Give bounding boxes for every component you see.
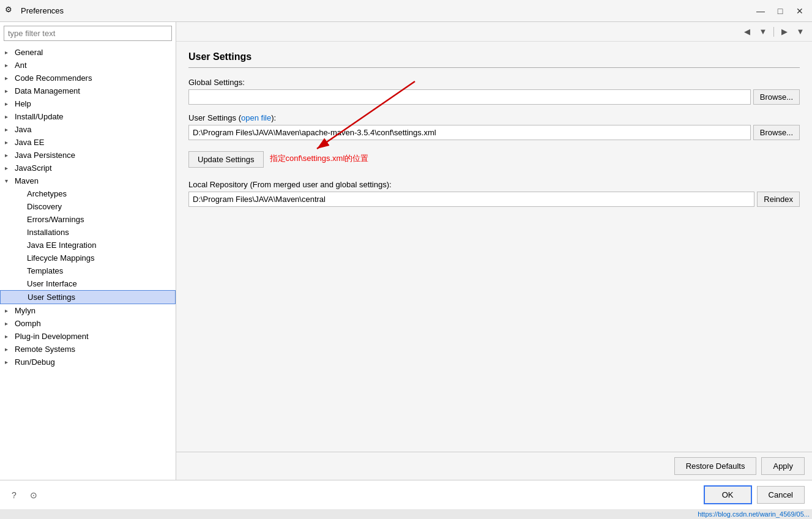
window-title: Preferences bbox=[21, 6, 753, 15]
tree-arrow-maven: ▾ bbox=[5, 177, 13, 184]
global-settings-group: Global Settings: Browse... bbox=[188, 78, 800, 105]
tree-item-javascript[interactable]: ▸JavaScript bbox=[0, 162, 176, 174]
tree-item-archetypes[interactable]: Archetypes bbox=[0, 187, 176, 200]
ok-button[interactable]: OK bbox=[704, 485, 752, 504]
back-dropdown[interactable]: ▼ bbox=[756, 25, 770, 39]
minimize-button[interactable]: — bbox=[753, 4, 768, 18]
user-settings-label-suffix: ): bbox=[271, 113, 276, 122]
title-bar: ⚙ Preferences — □ ✕ bbox=[0, 0, 812, 22]
back-button[interactable]: ◀ bbox=[740, 25, 754, 39]
tree-arrow-java: ▸ bbox=[5, 126, 13, 133]
tree-arrow-data-management: ▸ bbox=[5, 88, 13, 94]
tree-label-java-ee-integration: Java EE Integration bbox=[27, 241, 96, 250]
tree-arrow-mylyn: ▸ bbox=[5, 307, 13, 314]
tree-item-help[interactable]: ▸Help bbox=[0, 97, 176, 110]
main-content: ▸General▸Ant▸Code Recommenders▸Data Mana… bbox=[0, 22, 812, 480]
tree-arrow-ant: ▸ bbox=[5, 62, 13, 69]
tree-item-lifecycle-mappings[interactable]: Lifecycle Mappings bbox=[0, 252, 176, 264]
tree-label-remote-systems: Remote Systems bbox=[15, 345, 75, 354]
panel-title: User Settings bbox=[188, 51, 800, 68]
filter-input[interactable] bbox=[4, 26, 172, 41]
tree-item-ant[interactable]: ▸Ant bbox=[0, 59, 176, 72]
tree-item-general[interactable]: ▸General bbox=[0, 46, 176, 59]
user-settings-browse[interactable]: Browse... bbox=[753, 125, 800, 140]
tree-label-code-recommenders: Code Recommenders bbox=[15, 73, 92, 83]
settings-button[interactable]: ⊙ bbox=[27, 488, 40, 502]
right-panel: ◀ ▼ ▶ ▼ User Settings Global Settings: B… bbox=[176, 22, 812, 480]
toolbar-separator bbox=[773, 27, 774, 37]
tree-label-run-debug: Run/Debug bbox=[15, 357, 55, 367]
tree-item-remote-systems[interactable]: ▸Remote Systems bbox=[0, 343, 176, 356]
tree-item-java-ee-integration[interactable]: Java EE Integration bbox=[0, 239, 176, 252]
tree-arrow-general: ▸ bbox=[5, 49, 13, 56]
update-settings-button[interactable]: Update Settings bbox=[188, 151, 264, 168]
user-settings-label: User Settings (open file): bbox=[188, 113, 800, 122]
tree-arrow-oomph: ▸ bbox=[5, 320, 13, 327]
tree-label-templates: Templates bbox=[27, 266, 63, 275]
forward-button[interactable]: ▶ bbox=[778, 25, 791, 39]
global-settings-input[interactable] bbox=[188, 89, 751, 105]
tree-arrow-remote-systems: ▸ bbox=[5, 346, 13, 353]
tree-item-oomph[interactable]: ▸Oomph bbox=[0, 317, 176, 330]
user-settings-group: User Settings (open file): Browse... bbox=[188, 113, 800, 140]
tree-item-mylyn[interactable]: ▸Mylyn bbox=[0, 304, 176, 317]
tree-arrow-install-update: ▸ bbox=[5, 113, 13, 120]
tree-item-errors-warnings[interactable]: Errors/Warnings bbox=[0, 213, 176, 226]
tree-item-discovery[interactable]: Discovery bbox=[0, 200, 176, 213]
tree-label-java: Java bbox=[15, 125, 31, 134]
tree-item-templates[interactable]: Templates bbox=[0, 264, 176, 277]
tree-label-archetypes: Archetypes bbox=[27, 189, 67, 198]
url-bar: https://blog.csdn.net/warin_4569/05... bbox=[0, 509, 812, 519]
tree-item-user-settings[interactable]: User Settings bbox=[0, 290, 176, 304]
tree-item-user-interface[interactable]: User Interface bbox=[0, 277, 176, 290]
tree-item-code-recommenders[interactable]: ▸Code Recommenders bbox=[0, 72, 176, 84]
user-settings-row: Browse... bbox=[188, 125, 800, 140]
reindex-button[interactable]: Reindex bbox=[757, 192, 800, 207]
local-repository-row: Reindex bbox=[188, 192, 800, 207]
local-repository-group: Local Repository (From merged user and g… bbox=[188, 180, 800, 207]
user-settings-input[interactable] bbox=[188, 125, 751, 140]
global-settings-row: Browse... bbox=[188, 89, 800, 105]
tree-item-run-debug[interactable]: ▸Run/Debug bbox=[0, 356, 176, 368]
tree-label-javascript: JavaScript bbox=[15, 163, 52, 173]
tree-label-maven: Maven bbox=[15, 176, 39, 185]
tree-item-install-update[interactable]: ▸Install/Update bbox=[0, 110, 176, 123]
tree-label-help: Help bbox=[15, 99, 31, 108]
local-repository-input[interactable] bbox=[188, 192, 754, 207]
tree-item-plugin-development[interactable]: ▸Plug-in Development bbox=[0, 330, 176, 343]
local-repository-label: Local Repository (From merged user and g… bbox=[188, 180, 800, 189]
bottom-left: ? ⊙ bbox=[7, 488, 699, 502]
tree-item-maven[interactable]: ▾Maven bbox=[0, 174, 176, 187]
tree-area: ▸General▸Ant▸Code Recommenders▸Data Mana… bbox=[0, 45, 176, 480]
tree-label-user-settings: User Settings bbox=[28, 293, 75, 302]
tree-item-installations[interactable]: Installations bbox=[0, 226, 176, 239]
tree-arrow-help: ▸ bbox=[5, 100, 13, 107]
forward-dropdown[interactable]: ▼ bbox=[794, 25, 807, 39]
tree-label-user-interface: User Interface bbox=[27, 279, 77, 288]
annotation-text: 指定conf\settings.xml的位置 bbox=[270, 153, 369, 164]
tree-item-data-management[interactable]: ▸Data Management bbox=[0, 84, 176, 97]
tree-label-general: General bbox=[15, 48, 43, 57]
global-settings-browse[interactable]: Browse... bbox=[753, 89, 800, 105]
help-button[interactable]: ? bbox=[7, 488, 21, 502]
ok-cancel-bar: ? ⊙ OK Cancel bbox=[0, 480, 812, 509]
tree-item-java-ee[interactable]: ▸Java EE bbox=[0, 136, 176, 149]
maximize-button[interactable]: □ bbox=[773, 4, 788, 18]
restore-defaults-button[interactable]: Restore Defaults bbox=[674, 457, 757, 475]
tree-arrow-run-debug: ▸ bbox=[5, 359, 13, 365]
global-settings-label: Global Settings: bbox=[188, 78, 800, 87]
tree-label-installations: Installations bbox=[27, 228, 69, 237]
open-file-link[interactable]: open file bbox=[241, 113, 271, 122]
tree-item-java[interactable]: ▸Java bbox=[0, 123, 176, 136]
tree-arrow-javascript: ▸ bbox=[5, 165, 13, 171]
apply-button[interactable]: Apply bbox=[761, 457, 805, 475]
close-button[interactable]: ✕ bbox=[792, 4, 807, 18]
tree-label-java-persistence: Java Persistence bbox=[15, 151, 75, 160]
tree-label-oomph: Oomph bbox=[15, 319, 41, 328]
tree-label-discovery: Discovery bbox=[27, 202, 62, 211]
tree-item-java-persistence[interactable]: ▸Java Persistence bbox=[0, 149, 176, 162]
window-controls: — □ ✕ bbox=[753, 4, 807, 18]
tree-label-lifecycle-mappings: Lifecycle Mappings bbox=[27, 253, 95, 263]
app-icon: ⚙ bbox=[5, 5, 17, 17]
cancel-button[interactable]: Cancel bbox=[757, 486, 805, 504]
